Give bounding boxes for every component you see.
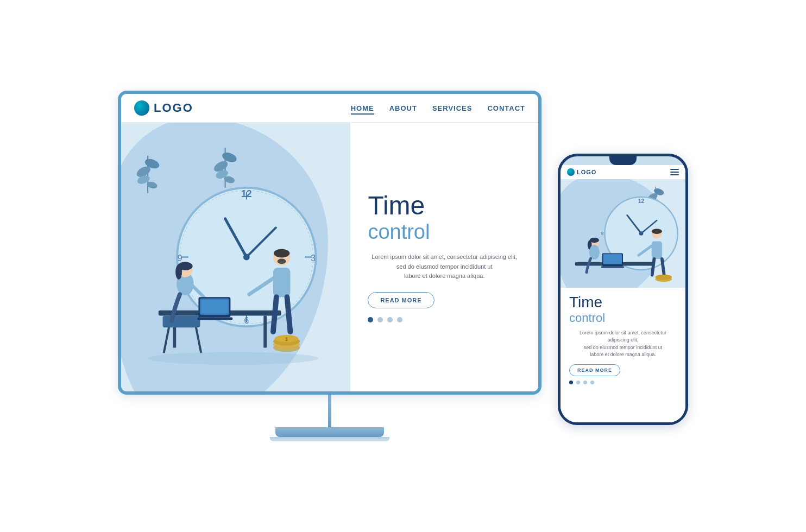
svg-line-75 [652, 259, 654, 275]
phone-illustration-svg: 12 9 [561, 179, 685, 288]
svg-text:3: 3 [311, 254, 316, 263]
desktop-hero-subtitle: control [368, 220, 521, 244]
phone-hero-image: 12 9 [561, 179, 685, 288]
svg-point-41 [274, 249, 289, 258]
desktop-nav-links: HOME ABOUT SERVICES CONTACT [351, 104, 525, 112]
dot-2 [377, 317, 383, 322]
phone-notch [609, 156, 637, 165]
monitor-screen: LOGO HOME ABOUT SERVICES CONTACT [121, 94, 538, 391]
phone-dot-3 [583, 381, 587, 384]
desktop-navbar: LOGO HOME ABOUT SERVICES CONTACT [121, 94, 538, 123]
phone-hero-subtitle: control [569, 311, 677, 325]
logo-text: LOGO [154, 101, 193, 115]
svg-text:$: $ [285, 337, 288, 342]
svg-point-78 [655, 275, 672, 280]
hamburger-line-2 [670, 172, 679, 173]
logo-icon [134, 100, 149, 116]
hamburger-line-3 [670, 174, 679, 175]
phone-dot-4 [590, 381, 594, 384]
nav-home[interactable]: HOME [351, 104, 374, 112]
svg-text:9: 9 [601, 230, 603, 236]
phone-screen: LOGO [561, 165, 685, 425]
svg-line-26 [164, 326, 169, 353]
svg-point-32 [175, 264, 182, 280]
desktop-logo-area: LOGO [134, 100, 193, 116]
phone-logo-text: LOGO [577, 169, 596, 175]
svg-rect-70 [601, 266, 624, 268]
svg-text:12: 12 [638, 198, 645, 204]
phone-dot-1 [569, 381, 573, 384]
phone-content-area: Time control Lorem ipsum dolor sit amet,… [561, 288, 685, 425]
illustration-svg: 12 9 3 6 [121, 123, 350, 391]
svg-point-22 [243, 254, 250, 261]
svg-point-61 [639, 231, 644, 236]
desktop-dots-indicator [368, 317, 521, 322]
nav-contact[interactable]: CONTACT [487, 104, 525, 112]
svg-line-43 [273, 297, 276, 332]
svg-line-76 [662, 259, 664, 275]
desktop-screen-body: 12 9 3 6 [121, 123, 538, 391]
hamburger-line-1 [670, 169, 679, 170]
monitor-frame: LOGO HOME ABOUT SERVICES CONTACT [118, 91, 541, 395]
dot-4 [397, 317, 402, 322]
svg-rect-28 [163, 316, 200, 328]
phone-frame: LOGO [558, 154, 688, 425]
phone-dot-2 [576, 381, 580, 384]
main-scene: LOGO HOME ABOUT SERVICES CONTACT [96, 69, 710, 463]
monitor-base [275, 427, 384, 437]
phone-read-more-button[interactable]: READ MORE [569, 364, 620, 376]
monitor-stand [328, 395, 331, 427]
desktop-content-area: Time control Lorem ipsum dolor sit amet,… [350, 123, 538, 391]
desktop-hero-description: Lorem ipsum dolor sit amet, consectetur … [368, 252, 521, 281]
dot-1 [368, 317, 373, 322]
phone-hero-title: Time [569, 294, 677, 311]
svg-point-72 [652, 229, 662, 234]
phone-navbar: LOGO [561, 165, 685, 179]
dot-3 [387, 317, 393, 322]
nav-services[interactable]: SERVICES [432, 104, 473, 112]
phone-dots-indicator [569, 381, 677, 384]
desktop-illustration-area: 12 9 3 6 [121, 123, 350, 391]
desktop-read-more-button[interactable]: READ MORE [368, 292, 434, 308]
hamburger-menu-icon[interactable] [670, 169, 679, 175]
svg-line-44 [287, 297, 290, 332]
svg-text:9: 9 [178, 254, 182, 263]
svg-line-27 [196, 326, 202, 353]
svg-rect-38 [197, 318, 232, 320]
monitor-base-shadow [270, 437, 389, 441]
svg-rect-39 [273, 268, 290, 297]
phone-logo-area: LOGO [567, 168, 596, 176]
svg-rect-73 [652, 241, 662, 259]
phone-hero-description: Lorem ipsum dolor sit amet, consectetur … [569, 330, 677, 359]
desktop-mockup: LOGO HOME ABOUT SERVICES CONTACT [118, 91, 541, 441]
svg-rect-37 [201, 300, 228, 314]
svg-point-51 [148, 352, 318, 365]
desktop-hero-title: Time [368, 192, 521, 220]
phone-logo-icon [567, 168, 575, 176]
nav-about[interactable]: ABOUT [389, 104, 417, 112]
svg-point-42 [278, 258, 286, 264]
svg-rect-69 [603, 254, 622, 264]
mobile-mockup: LOGO [558, 154, 688, 425]
